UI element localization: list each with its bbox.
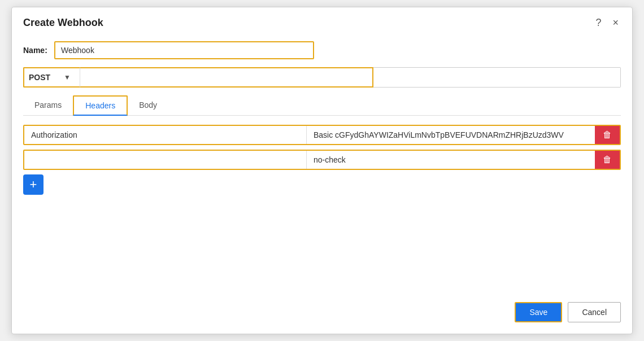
tab-headers[interactable]: Headers [73, 95, 128, 116]
header-row-2: 🗑 [23, 150, 621, 170]
url-row: GET POST PUT PATCH DELETE ▼ [23, 67, 621, 88]
header-row: 🗑 [23, 125, 621, 145]
plus-icon: + [30, 178, 37, 191]
tab-params[interactable]: Params [23, 96, 73, 115]
headers-list: 🗑 🗑 [23, 125, 621, 170]
close-button[interactable]: × [610, 16, 621, 29]
header-delete-button-2[interactable]: 🗑 [595, 151, 620, 169]
name-row: Name: [23, 41, 621, 59]
header-delete-button-1[interactable]: 🗑 [595, 126, 620, 144]
create-webhook-dialog: Create Webhook ? × Name: GET POST PUT PA… [11, 7, 633, 334]
dialog-title: Create Webhook [23, 17, 103, 29]
trash-icon: 🗑 [603, 130, 612, 140]
tab-body[interactable]: Body [128, 96, 168, 115]
header-value-input-1[interactable] [307, 126, 595, 144]
method-select-wrapper: GET POST PUT PATCH DELETE ▼ [23, 67, 80, 88]
add-header-button[interactable]: + [23, 174, 43, 195]
method-arrow-icon: ▼ [64, 73, 71, 81]
dialog-body: Name: GET POST PUT PATCH DELETE ▼ Params… [12, 36, 632, 206]
tabs-row: Params Headers Body [23, 95, 621, 116]
url-input-highlighted[interactable] [80, 67, 373, 88]
trash-icon-2: 🗑 [603, 155, 612, 165]
cancel-button[interactable]: Cancel [568, 302, 621, 322]
header-key-input-2[interactable] [24, 151, 307, 169]
dialog-icons: ? × [593, 16, 621, 29]
dialog-header: Create Webhook ? × [12, 7, 632, 36]
name-input[interactable] [54, 41, 314, 59]
url-input-plain[interactable] [373, 67, 621, 88]
method-select[interactable]: GET POST PUT PATCH DELETE [29, 73, 60, 82]
header-value-input-2[interactable] [307, 151, 595, 169]
save-button[interactable]: Save [515, 302, 562, 322]
header-key-input-1[interactable] [24, 126, 307, 144]
name-label: Name: [23, 46, 49, 55]
dialog-footer: Save Cancel [515, 302, 621, 322]
help-button[interactable]: ? [593, 16, 603, 29]
